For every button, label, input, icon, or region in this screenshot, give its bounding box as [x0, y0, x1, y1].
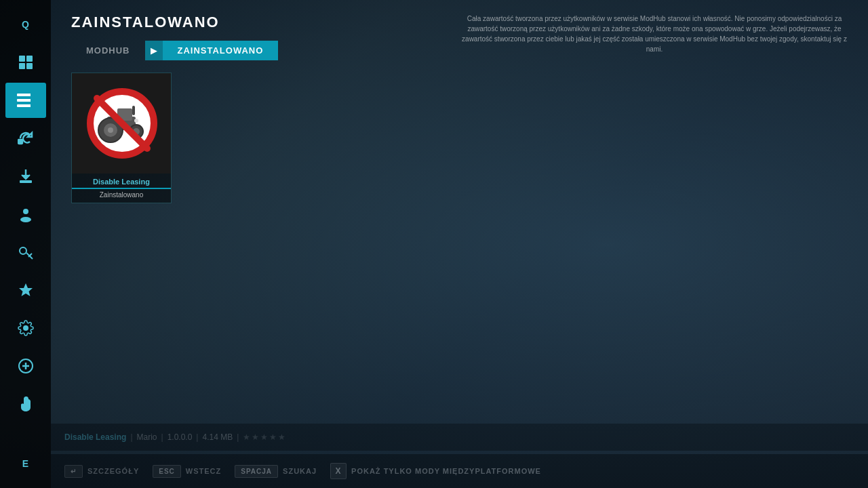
sidebar-item-user[interactable] [5, 197, 46, 232]
sidebar-item-refresh[interactable] [5, 121, 46, 156]
mod-grid: Disable Leasing Zainstalowano [71, 73, 848, 203]
disclaimer-text: Cała zawartość tworzona przez użytkownik… [461, 14, 848, 54]
sidebar-item-e[interactable]: E [5, 446, 46, 481]
svg-rect-0 [19, 56, 25, 62]
sidebar-item-download[interactable] [5, 159, 46, 194]
download-icon [16, 167, 35, 186]
svg-rect-7 [31, 93, 35, 97]
sidebar-item-settings[interactable] [5, 310, 46, 346]
sidebar-item-q[interactable]: Q [5, 7, 46, 42]
sidebar-item-mods[interactable] [5, 83, 46, 118]
svg-rect-13 [20, 181, 32, 183]
svg-point-14 [23, 209, 28, 214]
main-content: ZAINSTALOWANO Cała zawartość tworzona pr… [51, 0, 868, 488]
svg-rect-2 [19, 63, 25, 69]
svg-rect-9 [31, 104, 35, 108]
key-icon [16, 243, 35, 262]
mod-card-image [72, 73, 172, 174]
svg-marker-20 [19, 283, 33, 296]
settings-icon [16, 319, 35, 338]
svg-rect-10 [18, 140, 22, 144]
svg-point-32 [108, 127, 113, 133]
e-icon: E [16, 454, 35, 473]
refresh-icon [16, 129, 35, 148]
svg-rect-29 [132, 106, 135, 115]
star-icon [16, 281, 35, 300]
tab-zainstalowano[interactable]: ZAINSTALOWANO [163, 41, 279, 60]
mod-card-title: Disable Leasing [72, 174, 171, 188]
sidebar-item-plus[interactable] [5, 348, 46, 384]
svg-point-15 [20, 217, 31, 222]
mod-card-status: Zainstalowano [72, 188, 171, 203]
mods-icon [16, 91, 35, 110]
grid-icon [16, 53, 35, 72]
svg-point-35 [134, 119, 138, 123]
tab-modhub[interactable]: MODHUB [71, 41, 145, 60]
sidebar-item-grid[interactable] [5, 45, 46, 80]
hand-icon [16, 394, 35, 413]
sidebar-item-hand[interactable] [5, 386, 46, 422]
sidebar: Q [0, 0, 51, 488]
svg-point-16 [20, 247, 26, 254]
user-icon [16, 205, 35, 224]
sidebar-item-key[interactable] [5, 235, 46, 270]
plus-icon [16, 357, 35, 375]
no-leasing-icon [85, 86, 159, 161]
q-icon: Q [16, 15, 35, 34]
svg-rect-1 [26, 56, 33, 62]
svg-rect-3 [26, 63, 33, 69]
mod-card-disable-leasing[interactable]: Disable Leasing Zainstalowano [71, 73, 172, 203]
sidebar-item-star[interactable] [5, 272, 46, 308]
tab-arrow-icon: ▶ [145, 41, 163, 60]
svg-rect-8 [31, 98, 35, 102]
